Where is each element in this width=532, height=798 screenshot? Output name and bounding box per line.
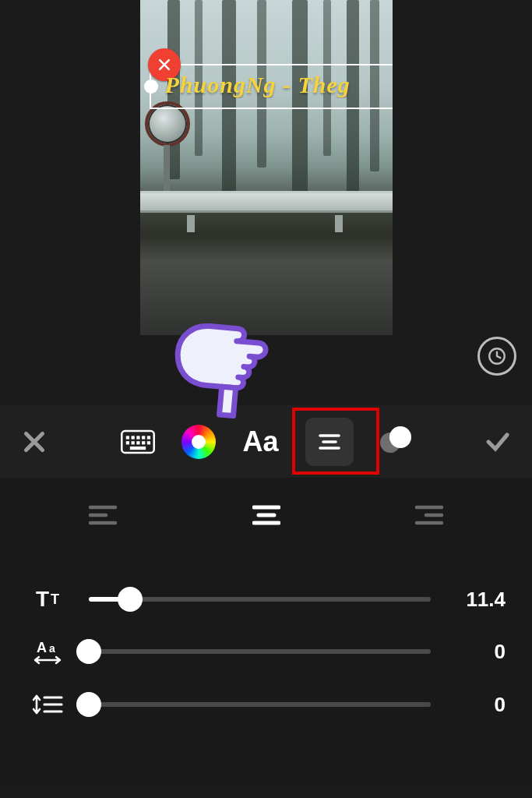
letter-spacing-value: 0 [451,640,506,664]
slider-thumb[interactable] [76,692,101,717]
svg-text:A: A [37,640,47,655]
editor-stage: PhuongNg - Theg [0,0,532,405]
color-button[interactable] [181,425,216,459]
checkmark-icon [484,428,512,456]
close-icon [20,428,48,456]
align-left-icon [89,504,117,526]
line-height-slider[interactable] [89,702,431,707]
text-toolbar: Aa [0,405,532,478]
align-center-option[interactable] [252,504,280,529]
alignment-options [26,504,506,560]
video-canvas[interactable]: PhuongNg - Theg [140,0,393,335]
letter-spacing-icon: A a [26,638,69,665]
slider-thumb[interactable] [118,587,143,612]
svg-rect-4 [137,436,140,439]
align-left-option[interactable] [89,504,117,529]
duration-button[interactable] [477,337,516,376]
opacity-button[interactable] [380,426,411,457]
overlay-text[interactable]: PhuongNg - Theg [165,72,393,98]
align-center-icon [318,433,341,451]
svg-rect-2 [126,436,129,439]
svg-rect-9 [137,441,140,444]
text-overlay-box[interactable]: PhuongNg - Theg [150,64,393,109]
close-icon [157,57,172,72]
svg-rect-11 [147,441,150,444]
text-size-value: 11.4 [451,588,506,612]
resize-handle[interactable] [144,79,158,94]
svg-rect-3 [132,436,135,439]
text-size-slider[interactable] [89,597,431,602]
svg-rect-5 [143,436,146,439]
line-height-icon [26,691,69,718]
svg-text:a: a [49,642,55,655]
toolbar-tools: Aa [121,418,410,466]
line-height-row: 0 [26,691,506,718]
align-button[interactable] [305,418,354,466]
cancel-button[interactable] [17,425,51,459]
letter-spacing-slider[interactable] [89,649,431,654]
align-center-icon [252,504,280,526]
svg-rect-6 [147,436,150,439]
font-button[interactable]: Aa [242,425,278,458]
align-right-option[interactable] [415,504,443,529]
letter-spacing-row: A a 0 [26,638,506,665]
scene-guardrail [140,191,393,213]
line-height-value: 0 [451,693,506,717]
alignment-panel: TT 11.4 A a 0 [0,478,532,783]
keyboard-icon [121,426,155,457]
text-size-row: TT 11.4 [26,587,506,612]
svg-rect-7 [126,441,129,444]
align-right-icon [415,504,443,526]
keyboard-button[interactable] [121,425,155,459]
confirm-button[interactable] [481,425,515,459]
svg-rect-8 [132,441,135,444]
svg-rect-10 [143,441,146,444]
slider-thumb[interactable] [76,639,101,664]
background-scene [140,0,393,335]
svg-rect-12 [130,446,146,449]
clock-icon [487,346,507,366]
text-size-icon: TT [26,587,69,612]
